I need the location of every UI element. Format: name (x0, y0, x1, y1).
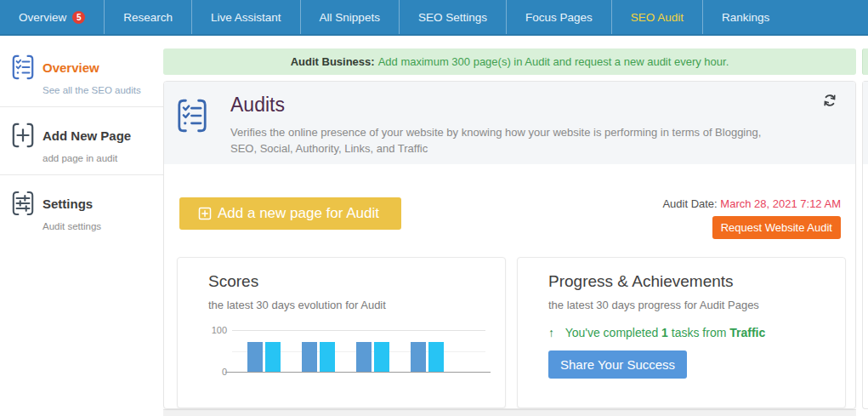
refresh-button[interactable] (822, 93, 837, 108)
tab-seo-settings[interactable]: SEO Settings (400, 0, 507, 34)
audits-card: Audits Verifies the online presence of y… (163, 81, 856, 409)
achievement-category: Traffic (729, 326, 765, 339)
sidebar-item-sublabel: See all the SEO audits (43, 85, 155, 95)
audit-checklist-icon (176, 96, 208, 135)
bar-score-cyan (428, 342, 444, 372)
sidebar-item-label: Settings (43, 197, 93, 211)
bar-chart-groups (247, 330, 485, 372)
audit-date-block: Audit Date: March 28, 2021 7:12 AM Reque… (662, 197, 841, 239)
bar-score-cyan (374, 342, 389, 372)
sidebar: Overview See all the SEO audits Add New … (0, 36, 163, 416)
tab-seo-audit[interactable]: SEO Audit (612, 0, 703, 34)
scores-title: Scores (208, 272, 490, 291)
y-axis-tick-0: 0 (205, 367, 227, 377)
audits-card-header: Audits Verifies the online presence of y… (164, 82, 855, 164)
checklist-icon (11, 54, 35, 81)
bar-group (302, 330, 335, 372)
tab-live-assistant-label: Live Assistant (211, 11, 281, 24)
tab-seo-audit-label: SEO Audit (631, 11, 684, 24)
audit-date-value: March 28, 2021 7:12 AM (720, 197, 841, 210)
bar-score-cyan (320, 342, 335, 372)
share-your-success-button[interactable]: Share Your Success (548, 350, 687, 379)
achievement-line: ↑ You've completed 1 tasks from Traffic (548, 326, 830, 339)
plus-square-icon (198, 207, 212, 220)
progress-panel: Progress & Achievements the latest 30 da… (517, 257, 846, 408)
bar-score-cyan (265, 342, 281, 372)
up-arrow-icon: ↑ (548, 326, 554, 339)
main-content: Audit Business: Add maximum 300 page(s) … (163, 36, 868, 416)
bar-score-blue (247, 342, 263, 372)
progress-subtitle: the latest 30 days progress for Audit Pa… (548, 299, 830, 311)
audit-limit-banner: Audit Business: Add maximum 300 page(s) … (163, 48, 856, 75)
audits-description: Verifies the online presence of your web… (230, 125, 783, 157)
add-new-page-label: Add a new page for Audit (218, 205, 379, 222)
sidebar-item-sublabel: add page in audit (43, 153, 155, 163)
sidebar-item-settings[interactable]: Settings Audit settings (0, 175, 163, 242)
notification-badge: 5 (72, 11, 85, 24)
y-axis-tick-100: 100 (205, 325, 227, 335)
page-background-strip (163, 409, 856, 416)
bar-score-blue (356, 342, 372, 372)
tab-research-label: Research (123, 11, 173, 24)
refresh-icon (822, 93, 837, 108)
bar-group (356, 330, 389, 372)
tab-overview-label: Overview (19, 11, 66, 24)
tab-rankings-label: Rankings (722, 11, 769, 24)
settings-sliders-icon (11, 190, 35, 217)
add-page-icon (11, 122, 35, 149)
tab-overview[interactable]: Overview 5 (0, 0, 105, 34)
achievement-prefix: You've completed (565, 326, 659, 339)
sidebar-item-overview[interactable]: Overview See all the SEO audits (0, 39, 163, 107)
bar-score-blue (411, 342, 426, 372)
page-body: Overview See all the SEO audits Add New … (0, 36, 868, 416)
top-navigation: Overview 5 Research Live Assistant All S… (0, 0, 868, 36)
sidebar-item-sublabel: Audit settings (43, 221, 155, 231)
banner-label: Audit Business: (291, 55, 375, 68)
tab-focus-pages-label: Focus Pages (525, 11, 593, 24)
scores-panel: Scores the latest 30 days evolution for … (177, 257, 506, 408)
banner-message: Add maximum 300 page(s) in Audit and req… (378, 55, 729, 68)
request-website-audit-button[interactable]: Request Website Audit (712, 216, 841, 239)
x-axis-baseline (225, 372, 491, 373)
achievement-middle: tasks from (672, 326, 727, 339)
bar-group (247, 330, 281, 372)
page-title: Audits (230, 94, 783, 117)
tab-research[interactable]: Research (105, 0, 192, 34)
tab-all-snippets[interactable]: All Snippets (301, 0, 400, 34)
actions-row: Add a new page for Audit Audit Date: Mar… (164, 197, 855, 239)
cutoff-content-sliver (862, 36, 868, 416)
panels-row: Scores the latest 30 days evolution for … (164, 257, 855, 408)
bar-score-blue (302, 342, 317, 372)
add-new-page-button[interactable]: Add a new page for Audit (179, 197, 401, 230)
scores-bar-chart: 100 0 (232, 330, 485, 373)
tab-focus-pages[interactable]: Focus Pages (507, 0, 612, 34)
tab-seo-settings-label: SEO Settings (418, 11, 487, 24)
audit-date-label: Audit Date: (662, 197, 717, 210)
progress-title: Progress & Achievements (548, 272, 830, 291)
sidebar-item-label: Overview (43, 60, 99, 75)
achievement-count: 1 (661, 326, 668, 339)
bar-group (411, 330, 444, 372)
scores-subtitle: the latest 30 days evolution for Audit (208, 299, 490, 311)
tab-rankings[interactable]: Rankings (703, 0, 788, 34)
sidebar-item-add-new-page[interactable]: Add New Page add page in audit (0, 107, 163, 175)
tab-all-snippets-label: All Snippets (320, 11, 380, 24)
sidebar-item-label: Add New Page (43, 128, 131, 143)
tab-live-assistant[interactable]: Live Assistant (192, 0, 301, 34)
